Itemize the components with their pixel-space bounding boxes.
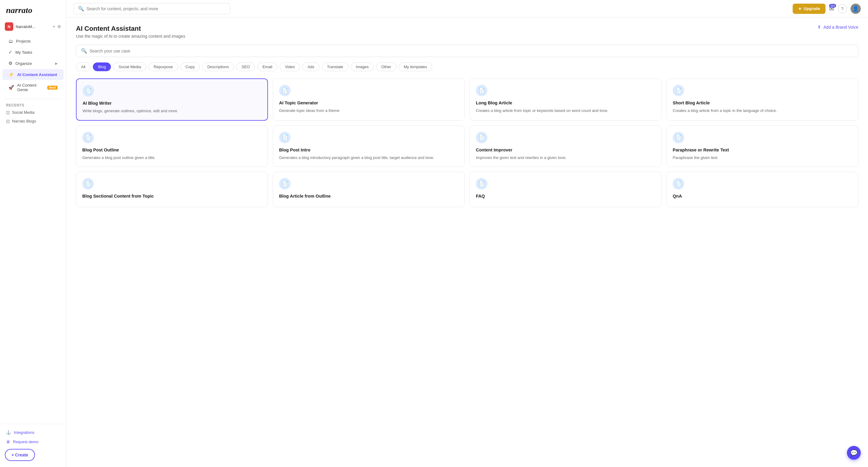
help-button[interactable]: ? [838, 4, 847, 13]
topbar: 🔍 ✦ Upgrade ✉ 214 ? 👤 [66, 0, 868, 18]
filter-tab-other[interactable]: Other [376, 62, 396, 71]
use-case-search-input[interactable] [90, 49, 853, 53]
sidebar-item-ai-content-genie[interactable]: 🚀 AI Content Genie New! [2, 80, 64, 95]
create-button[interactable]: + Create [5, 449, 35, 461]
search-bar[interactable]: 🔍 [73, 3, 230, 14]
card-title-short-blog-article: Short Blog Article [673, 100, 852, 105]
bottom-label-request-demo: Request demo [13, 440, 38, 444]
bottom-label-integrations: Integrations [14, 430, 34, 435]
filter-tab-my-templates[interactable]: My templates [399, 62, 432, 71]
sidebar-item-icon-ai-content-assistant: ⚡ [8, 72, 14, 77]
card-qna[interactable]: 📄 QnA [666, 172, 858, 207]
page-subtitle: Use the magic of AI to create amazing co… [76, 34, 185, 39]
bottom-item-integrations[interactable]: ⚓ Integrations [2, 428, 64, 437]
card-title-qna: QnA [673, 194, 852, 199]
filter-tab-repurpose[interactable]: Repurpose [149, 62, 178, 71]
sidebar-item-projects[interactable]: 🗂 Projects [2, 36, 64, 47]
recent-item-social-media[interactable]: ◫ Social Media [0, 108, 66, 117]
sidebar-item-my-tasks[interactable]: ✓ My Tasks [2, 47, 64, 58]
add-brand-voice-button[interactable]: 🎙 Add a Brand Voice [817, 25, 858, 30]
card-desc-blog-post-intro: Generates a blog introductory paragraph … [279, 155, 458, 161]
sidebar-item-organize[interactable]: ⚙ Organize ▶ [2, 58, 64, 69]
brand-voice-icon: 🎙 [817, 25, 822, 30]
filter-tab-video[interactable]: Video [280, 62, 300, 71]
filter-tab-translate[interactable]: Translate [322, 62, 348, 71]
card-desc-short-blog-article: Creates a blog article from a topic in t… [673, 108, 852, 114]
recent-item-narrato-blogs[interactable]: ◫ Narrato Blogs [0, 117, 66, 125]
card-desc-blog-post-outline: Generates a blog post outline given a ti… [82, 155, 261, 161]
card-icon-wrap-faq: 📄 [476, 178, 487, 189]
card-icon-wrap-content-improver: 📄 [476, 132, 487, 143]
workspace-icon: N [5, 22, 13, 31]
filter-tab-seo[interactable]: SEO [236, 62, 255, 71]
card-content-improver[interactable]: 📄 Content Improver Improves the given te… [470, 125, 661, 167]
sidebar-item-label-projects: Projects [16, 39, 31, 43]
filter-tab-ads[interactable]: Ads [302, 62, 319, 71]
card-icon-ai-topic-generator: 📄 [282, 87, 288, 94]
search-input[interactable] [87, 6, 226, 11]
topbar-right: ✦ Upgrade ✉ 214 ? 👤 [793, 4, 861, 14]
card-ai-topic-generator[interactable]: 📄 AI Topic Generator Generate topic idea… [273, 79, 465, 121]
card-icon-wrap-long-blog-article: 📄 [476, 85, 487, 96]
filter-tab-descriptions[interactable]: Descriptions [202, 62, 234, 71]
sidebar-bottom: ⚓ Integrations🖥 Request demo + Create [0, 424, 66, 467]
card-title-blog-post-intro: Blog Post Intro [279, 148, 458, 152]
recents-label: Recents [0, 101, 66, 108]
logo: narrato [0, 0, 66, 20]
card-desc-paraphrase-rewrite: Paraphrase the given text. [673, 155, 852, 161]
card-icon-blog-sectional: 📄 [85, 181, 91, 187]
filter-tab-blog[interactable]: Blog [93, 62, 111, 71]
workspace-gear-icon[interactable]: ⚙ [57, 24, 61, 29]
sidebar-item-icon-my-tasks: ✓ [8, 50, 12, 55]
card-faq[interactable]: 📄 FAQ [470, 172, 661, 207]
sidebar-item-icon-organize: ⚙ [8, 61, 12, 66]
card-ai-blog-writer[interactable]: 📄 AI Blog Writer Write blogs, generate o… [76, 79, 268, 121]
new-badge-ai-content-genie: New! [47, 86, 58, 90]
card-long-blog-article[interactable]: 📄 Long Blog Article Creates a blog artic… [470, 79, 661, 121]
sidebar: narrato N NarratoM... ▾ ⚙ 🗂 Projects ✓ M… [0, 0, 66, 467]
card-blog-article-outline[interactable]: 📄 Blog Article from Outline [273, 172, 465, 207]
card-icon-wrap-blog-post-intro: 📄 [279, 132, 290, 143]
filter-tab-images[interactable]: Images [351, 62, 374, 71]
card-icon-qna: 📄 [675, 181, 682, 187]
filter-tab-copy[interactable]: Copy [181, 62, 200, 71]
filter-tab-all[interactable]: All [76, 62, 90, 71]
upgrade-icon: ✦ [798, 6, 802, 11]
card-icon-wrap-paraphrase-rewrite: 📄 [673, 132, 684, 143]
cards-grid: 📄 AI Blog Writer Write blogs, generate o… [76, 79, 858, 207]
sidebar-item-ai-content-assistant[interactable]: ⚡ AI Content Assistant [2, 69, 64, 80]
content-area: AI Content Assistant Use the magic of AI… [66, 18, 868, 467]
upgrade-label: Upgrade [804, 6, 820, 11]
bottom-icon-integrations: ⚓ [6, 430, 11, 435]
main-content: 🔍 ✦ Upgrade ✉ 214 ? 👤 AI Content Assista… [66, 0, 868, 467]
chat-bubble-button[interactable]: 💬 [847, 446, 861, 460]
card-desc-long-blog-article: Creates a blog article from topic or key… [476, 108, 655, 114]
card-paraphrase-rewrite[interactable]: 📄 Paraphrase or Rewrite Text Paraphrase … [666, 125, 858, 167]
card-blog-post-intro[interactable]: 📄 Blog Post Intro Generates a blog intro… [273, 125, 465, 167]
card-icon-wrap-blog-article-outline: 📄 [279, 178, 290, 189]
use-case-search-bar[interactable]: 🔍 [76, 45, 858, 57]
bottom-item-request-demo[interactable]: 🖥 Request demo [2, 437, 64, 446]
filter-tab-email[interactable]: Email [257, 62, 278, 71]
card-blog-post-outline[interactable]: 📄 Blog Post Outline Generates a blog pos… [76, 125, 268, 167]
notification-button[interactable]: ✉ 214 [829, 5, 834, 12]
card-title-faq: FAQ [476, 194, 655, 199]
card-icon-ai-blog-writer: 📄 [85, 88, 92, 94]
card-icon-content-improver: 📄 [478, 134, 485, 141]
recent-label-narrato-blogs: Narrato Blogs [12, 119, 36, 123]
filter-tab-social-media[interactable]: Social Media [113, 62, 146, 71]
card-blog-sectional[interactable]: 📄 Blog Sectional Content from Topic [76, 172, 268, 207]
card-title-long-blog-article: Long Blog Article [476, 100, 655, 105]
card-short-blog-article[interactable]: 📄 Short Blog Article Creates a blog arti… [666, 79, 858, 121]
sidebar-item-icon-projects: 🗂 [8, 39, 13, 44]
notification-badge: 214 [829, 4, 836, 7]
avatar[interactable]: 👤 [850, 4, 861, 14]
sidebar-nav: 🗂 Projects ✓ My Tasks ⚙ Organize ▶ ⚡ AI … [0, 34, 66, 96]
card-icon-wrap-qna: 📄 [673, 178, 684, 189]
card-desc-ai-blog-writer: Write blogs, generate outlines, optimize… [83, 108, 261, 114]
sidebar-item-icon-ai-content-genie: 🚀 [8, 85, 14, 90]
page-title: AI Content Assistant [76, 25, 185, 33]
card-desc-ai-topic-generator: Generate topic ideas from a theme [279, 108, 458, 114]
upgrade-button[interactable]: ✦ Upgrade [793, 4, 826, 14]
workspace-selector[interactable]: N NarratoM... ▾ ⚙ [0, 20, 66, 33]
